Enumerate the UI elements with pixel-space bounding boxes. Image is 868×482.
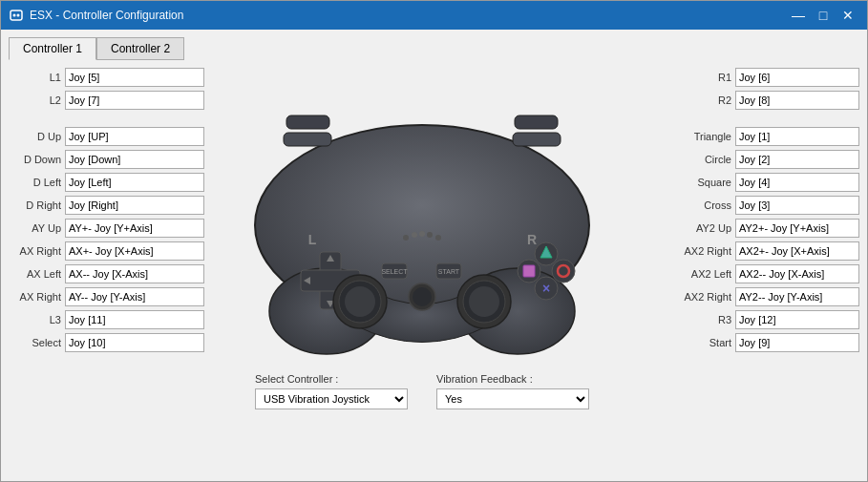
dright-label: D Right [9,199,61,211]
r2-row: R2 [659,91,859,110]
circle-row: Circle [659,150,859,169]
ay2up-label: AY2 Up [669,222,731,234]
axleft-input[interactable] [65,264,204,283]
right-panel: R1 R2 Triangle Circle Square [659,68,859,473]
vibration-select-group: Vibration Feedback : Yes No [436,373,589,409]
center-panel: L R [193,68,651,473]
l2-input[interactable] [65,91,204,110]
ayup-input[interactable] [65,219,204,238]
square-row: Square [659,173,859,192]
ddown-input[interactable] [65,150,204,169]
start-row: Start [659,333,859,352]
start-input[interactable] [735,333,859,352]
axleft-label: AX Left [9,268,61,280]
axleft-row: AX Left [9,264,185,283]
r3-row: R3 [659,310,859,329]
controller-image: L R [222,77,623,364]
ax2left-input[interactable] [735,264,859,283]
ax2right2-row: AX2 Right [659,287,859,306]
svg-point-23 [469,286,499,317]
ay2up-input[interactable] [735,219,859,238]
controller-select-group: Select Controller : USB Vibration Joysti… [255,373,408,409]
ax2left-label: AX2 Left [669,268,731,280]
l1-input[interactable] [65,68,204,87]
svg-rect-8 [513,133,561,146]
ax2left-row: AX2 Left [659,264,859,283]
svg-point-1 [13,14,16,17]
content-area: Controller 1 Controller 2 L1 L2 D [1,30,867,481]
cross-label: Cross [669,199,731,211]
dup-input[interactable] [65,127,204,146]
tab-bar: Controller 1 Controller 2 [9,37,859,60]
svg-rect-9 [515,115,558,129]
controller-svg: L R [222,77,623,364]
triangle-row: Triangle [659,127,859,146]
svg-point-32 [419,231,425,237]
l3-label: L3 [9,314,61,325]
ax2right-label: AX2 Right [669,245,731,257]
axright-row: AX Right [9,241,185,261]
svg-point-31 [412,232,417,238]
r1-label: R1 [669,72,731,83]
svg-point-30 [403,235,409,241]
l3-row: L3 [9,310,185,329]
app-icon [9,8,24,23]
triangle-input[interactable] [735,127,859,146]
triangle-label: Triangle [669,131,731,142]
ax2right2-input[interactable] [735,287,859,306]
ax2right-row: AX2 Right [659,241,859,261]
r3-input[interactable] [735,310,859,329]
select-row: Select [9,333,185,352]
axright2-input[interactable] [65,287,204,306]
ddown-label: D Down [9,154,61,165]
l1-label: L1 [9,72,61,83]
svg-point-33 [427,232,433,238]
title-bar: ESX - Controller Configuration — □ ✕ [1,1,867,30]
dright-input[interactable] [65,196,204,215]
select-controller-label: Select Controller : [255,373,408,385]
circle-label: Circle [669,154,731,165]
l2-label: L2 [9,94,61,106]
select-input[interactable] [65,333,204,352]
r1-input[interactable] [735,68,859,87]
dright-row: D Right [9,196,185,215]
r2-input[interactable] [735,91,859,110]
circle-input[interactable] [735,150,859,169]
r3-label: R3 [669,314,731,325]
axright-label: AX Right [9,245,61,257]
tab-controller1[interactable]: Controller 1 [9,37,96,60]
l1-row: L1 [9,68,185,87]
svg-point-29 [413,287,432,306]
window-title: ESX - Controller Configuration [30,9,183,22]
axright2-label: AX Right [9,291,61,303]
square-input[interactable] [735,173,859,192]
svg-rect-7 [286,115,329,129]
main-area: L1 L2 D Up D Down D Left [9,68,859,473]
ayup-label: AY Up [9,222,61,234]
svg-point-20 [345,286,375,317]
minimize-button[interactable]: — [787,6,810,25]
svg-text:×: × [542,281,550,296]
axright-input[interactable] [65,241,204,261]
maximize-button[interactable]: □ [812,6,835,25]
select-label: Select [9,337,61,348]
ddown-row: D Down [9,150,185,169]
svg-text:START: START [438,268,460,275]
svg-text:R: R [527,232,537,247]
close-button[interactable]: ✕ [836,6,859,25]
vibration-select-dropdown[interactable]: Yes No [436,388,589,409]
left-panel: L1 L2 D Up D Down D Left [9,68,185,473]
svg-point-34 [435,235,441,241]
r1-row: R1 [659,68,859,87]
l2-row: L2 [9,91,185,110]
tab-controller2[interactable]: Controller 2 [96,37,184,60]
svg-text:L: L [308,232,317,247]
dleft-input[interactable] [65,173,204,192]
controller-select-dropdown[interactable]: USB Vibration Joystick [255,388,408,409]
svg-point-37 [552,260,575,283]
dleft-row: D Left [9,173,185,192]
ax2right-input[interactable] [735,241,859,261]
cross-input[interactable] [735,196,859,215]
l3-input[interactable] [65,310,204,329]
axright2-row: AX Right [9,287,185,306]
